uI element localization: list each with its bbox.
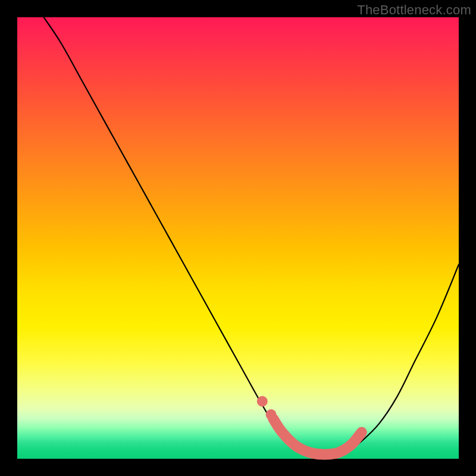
watermark-text: TheBottleneck.com [357, 2, 471, 18]
optimal-range-overlay [273, 419, 361, 455]
bottleneck-curve [44, 17, 459, 455]
chart-svg [17, 17, 459, 459]
optimal-range-dot [257, 396, 268, 407]
chart-plot-area [17, 17, 459, 459]
optimal-range-dots [257, 396, 277, 420]
optimal-range-dot [266, 409, 277, 420]
